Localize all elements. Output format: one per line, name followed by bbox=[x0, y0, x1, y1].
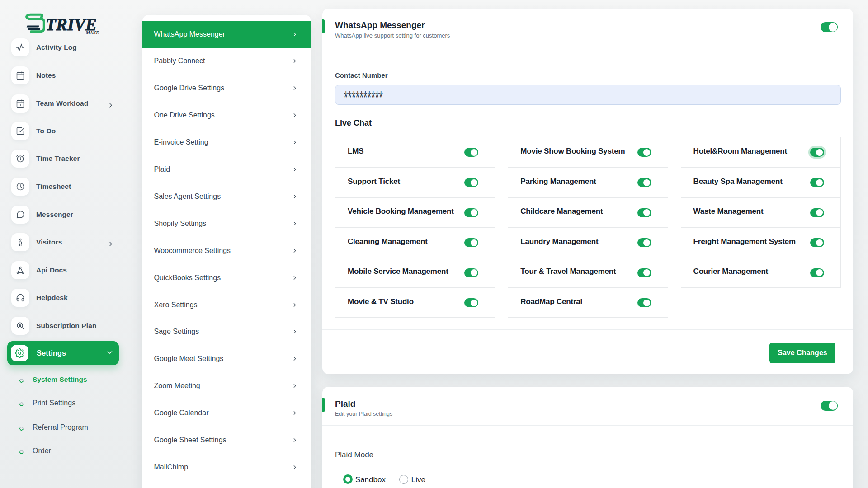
svg-text:MAKE: MAKE bbox=[85, 30, 99, 35]
